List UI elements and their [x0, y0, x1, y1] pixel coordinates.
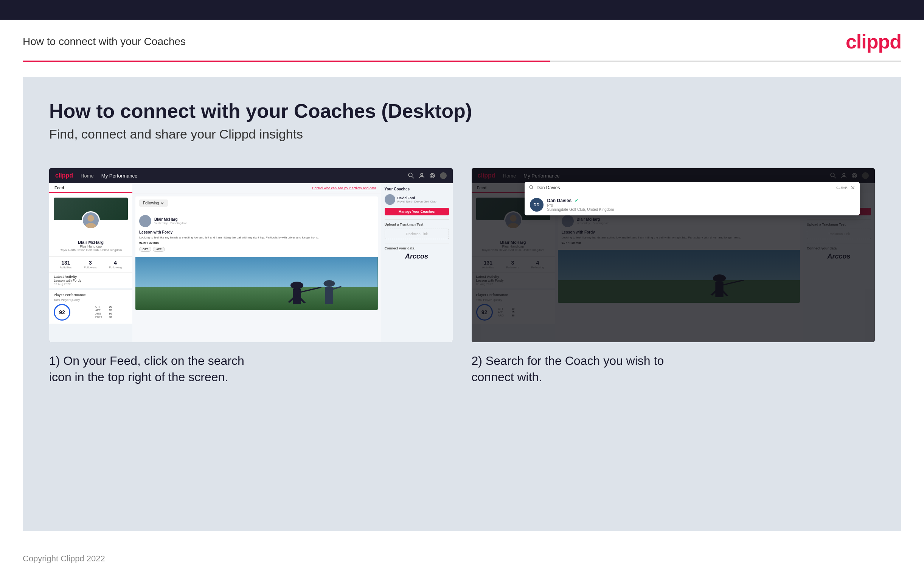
manage-coaches-button[interactable]: Manage Your Coaches [385, 208, 449, 215]
search-result-name: Dan Davies ✓ [547, 198, 614, 203]
coach-item-david: David Ford Royal North Devon Golf Club [385, 194, 449, 205]
chevron-down-icon [160, 201, 164, 205]
avatar-icon[interactable] [440, 172, 447, 179]
screenshot-2-block: clippd Home My Performance Feed [472, 168, 875, 385]
screenshot-2-frame: clippd Home My Performance Feed [472, 168, 875, 342]
app-left-panel: Feed Blair McHarg Plus Handicap [49, 183, 133, 342]
lesson-coach-info: Blair McHarg Yesterday · Sunningdale [154, 217, 187, 225]
lesson-coach-name: Blair McHarg [154, 217, 187, 221]
lesson-info: Blair McHarg Yesterday · Sunningdale [135, 212, 378, 230]
tag-off: OTT [139, 247, 151, 252]
svg-point-7 [142, 216, 148, 222]
lesson-post: Following [135, 196, 378, 310]
svg-line-40 [532, 188, 533, 189]
app-right-panel-1: Your Coaches David Ford Royal North De [381, 183, 453, 342]
svg-point-39 [529, 185, 532, 188]
svg-point-5 [87, 215, 94, 222]
lesson-date: Yesterday · Sunningdale [154, 221, 187, 225]
svg-point-19 [388, 196, 392, 200]
lesson-duration: 01 hr : 30 min [139, 241, 374, 245]
header: How to connect with your Coaches clippd [0, 19, 924, 60]
stat-activities-num: 131 [60, 260, 72, 266]
profile-icon[interactable] [419, 173, 425, 179]
search-clear-button[interactable]: CLEAR [836, 186, 848, 190]
stat-following-label: Following [109, 266, 122, 269]
top-bar [0, 0, 924, 19]
settings-icon[interactable] [429, 173, 435, 179]
footer: Copyright Clippd 2022 [0, 546, 924, 571]
lesson-image-svg [135, 257, 378, 310]
search-icon[interactable] [408, 173, 414, 179]
svg-point-0 [408, 173, 412, 177]
nav-my-performance[interactable]: My Performance [101, 173, 137, 179]
la-text: Lesson with Fordy [54, 279, 128, 283]
header-divider [23, 60, 901, 62]
bar-arg: ARG 86 [95, 312, 112, 315]
pp-subtitle: Total Player Quality [54, 298, 128, 302]
nav-home[interactable]: Home [81, 173, 94, 179]
feed-control[interactable]: Control who can see your activity and da… [133, 183, 381, 193]
app-nav-logo: clippd [55, 172, 73, 179]
search-close-button[interactable]: ✕ [851, 185, 855, 191]
step-2-text: 2) Search for the Coach you wish to conn… [472, 353, 875, 385]
search-result-info: Dan Davies ✓ Pro Sunningdale Golf Club, … [547, 198, 614, 212]
search-svg [529, 185, 534, 190]
stat-followers-num: 3 [84, 260, 97, 266]
section-subtitle: Find, connect and share your Clippd insi… [49, 127, 875, 141]
search-icon-overlay [529, 185, 534, 191]
profile-area: Blair McHarg Plus Handicap Royal North D… [49, 193, 133, 256]
svg-point-2 [421, 174, 423, 175]
tag-app: APP [153, 247, 165, 252]
profile-stats: 131 Activities 3 Followers 4 Following [49, 256, 133, 272]
connect-section: Connect your data Arccos [385, 243, 449, 260]
lesson-tags: OTT APP [139, 247, 374, 252]
lesson-image [135, 257, 378, 310]
lesson-coach-avatar [139, 215, 151, 227]
screenshots-row: clippd Home My Performance Feed [49, 168, 875, 385]
profile-club: Royal North Devon Golf Club, United King… [54, 248, 128, 252]
connect-title: Connect your data [385, 247, 449, 250]
search-result-avatar: DD [530, 198, 544, 212]
main-content: How to connect with your Coaches (Deskto… [23, 77, 901, 531]
search-input-value[interactable]: Dan Davies [537, 185, 836, 190]
app-middle-panel: Control who can see your activity and da… [133, 183, 381, 342]
lesson-text: Looking to feel like my hands are exitin… [139, 235, 374, 240]
latest-activity: Latest Activity Lesson with Fordy 03 Aug… [49, 272, 133, 288]
lesson-body: Lesson with Fordy Looking to feel like m… [135, 230, 378, 257]
svg-rect-9 [135, 257, 378, 287]
lesson-title: Lesson with Fordy [139, 230, 374, 234]
la-date: 03 Aug 2022 [54, 283, 128, 286]
section-title: How to connect with your Coaches (Deskto… [49, 99, 875, 122]
pp-title: Player Performance [54, 293, 128, 297]
coach-info: David Ford Royal North Devon Golf Club [398, 196, 437, 203]
coach-avatar [385, 194, 395, 205]
screenshot-1-frame: clippd Home My Performance Feed [49, 168, 453, 342]
stat-following: 4 Following [109, 260, 122, 269]
svg-line-1 [412, 176, 414, 178]
app-body-1: Feed Blair McHarg Plus Handicap [49, 183, 453, 342]
feed-tab[interactable]: Feed [49, 183, 133, 193]
search-result-item[interactable]: DD Dan Davies ✓ Pro Sunningdale Golf Clu… [524, 194, 860, 215]
svg-point-8 [141, 222, 150, 227]
avatar [82, 211, 100, 229]
coach-club: Royal North Devon Golf Club [398, 200, 437, 203]
trackman-section: Upload a Trackman Test Trackman Link [385, 219, 449, 239]
bars-area: OTT 90 APP 85 [76, 305, 112, 319]
trackman-link-box: Trackman Link [385, 229, 449, 239]
nav-icons [408, 172, 447, 179]
profile-name: Blair McHarg [54, 240, 128, 245]
page-title: How to connect with your Coaches [23, 36, 186, 48]
stat-activities: 131 Activities [60, 260, 72, 269]
bar-ott: OTT 90 [95, 305, 112, 308]
stat-following-num: 4 [109, 260, 122, 266]
score-circle: 92 [54, 304, 70, 321]
clippd-logo: clippd [846, 30, 901, 53]
arccos-logo: Arccos [385, 252, 449, 260]
coach-name: David Ford [398, 196, 437, 200]
avatar-svg [83, 211, 99, 229]
search-input-row: Dan Davies CLEAR ✕ [524, 182, 860, 194]
following-button[interactable]: Following [139, 200, 168, 207]
copyright: Copyright Clippd 2022 [23, 554, 105, 563]
search-bar-overlay: Dan Davies CLEAR ✕ DD Dan Davies ✓ Pro [524, 182, 860, 215]
svg-point-6 [86, 223, 96, 229]
